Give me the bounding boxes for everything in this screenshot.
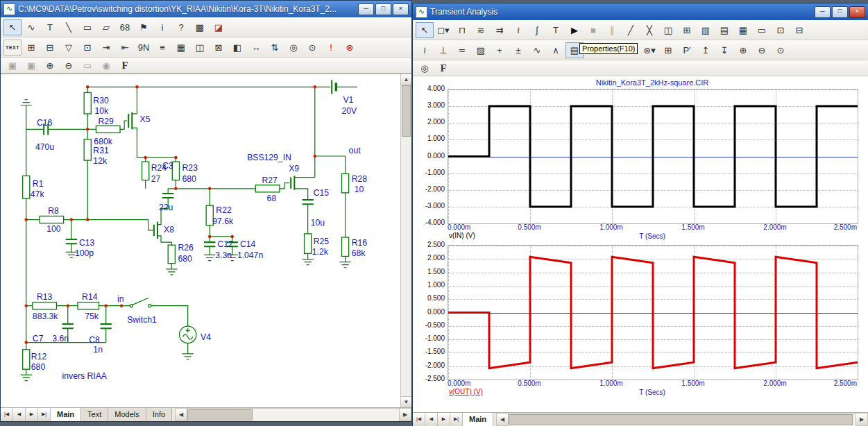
zoom-in-icon[interactable]: ⊕ <box>41 58 59 74</box>
axes-x-icon[interactable]: + <box>491 42 509 58</box>
paste-stamp-icon[interactable]: ▣ <box>22 58 40 74</box>
copy-stamp-icon[interactable]: ▣ <box>3 58 22 74</box>
line-tool-icon[interactable]: ╱ <box>622 22 640 38</box>
go-up-icon[interactable]: ↥ <box>697 42 715 58</box>
flag-mode[interactable]: ⚑ <box>135 19 153 35</box>
alert-icon[interactable]: ! <box>322 40 340 56</box>
plot-canvas[interactable] <box>448 89 858 224</box>
vertical-scrollbar[interactable]: ▲ ▼ <box>400 74 411 407</box>
select-tool[interactable]: ↖ <box>416 22 434 38</box>
list-icon[interactable]: ≡ <box>153 40 171 56</box>
scroll-left-icon[interactable]: ◀ <box>175 408 187 421</box>
line-mode[interactable]: ╲ <box>60 19 78 35</box>
component-mode[interactable]: ∿ <box>22 19 40 35</box>
border-icon[interactable]: ▩ <box>191 19 209 35</box>
horizontal-tag-icon[interactable]: ≀ <box>509 22 527 38</box>
split-icon[interactable]: ◫ <box>191 40 209 56</box>
table-view-icon[interactable]: ⊞ <box>659 42 677 58</box>
zoom-out-icon[interactable]: ⊖ <box>753 42 771 58</box>
maximize-button[interactable]: □ <box>375 3 391 15</box>
font-icon[interactable]: F <box>434 60 452 76</box>
text-mode[interactable]: T <box>41 19 59 35</box>
step-into-icon[interactable]: ⇥ <box>97 40 115 56</box>
probe-one-icon[interactable]: ≀ <box>416 42 434 58</box>
probe-ac-icon[interactable]: ≂ <box>453 42 471 58</box>
tab-main[interactable]: Main <box>463 413 493 426</box>
rotate-icon[interactable]: ↔ <box>247 40 265 56</box>
accept-icon[interactable]: ◎ <box>416 60 434 76</box>
zoom-in-icon[interactable]: ⊕ <box>734 42 752 58</box>
panel-grid-icon[interactable]: ⊞ <box>678 22 696 38</box>
schematic-canvas[interactable]: C16470uR3010kR29680kR3112kX5R2427C3R2368… <box>1 74 411 407</box>
schematic-svg[interactable]: C16470uR3010kR29680kR3112kX5R2427C3R2368… <box>1 74 400 400</box>
wave-pair-icon[interactable]: ∧ <box>547 42 565 58</box>
maximize-button[interactable]: □ <box>832 6 848 18</box>
pattern-icon[interactable]: ▦ <box>172 40 190 56</box>
data-points-icon[interactable]: ⊡ <box>772 22 790 38</box>
zoom-out-icon[interactable]: ⊖ <box>60 58 78 74</box>
picture-icon[interactable]: ◪ <box>210 19 228 35</box>
gear-menu-icon[interactable]: ⊛▾ <box>640 42 658 58</box>
grid-icon[interactable]: ⊡ <box>78 40 96 56</box>
select-tool[interactable]: ↖ <box>3 19 22 35</box>
camera-icon[interactable]: ▭ <box>78 58 96 74</box>
performance-tag-icon[interactable]: ∫ <box>528 22 546 38</box>
tab-main[interactable]: Main <box>51 408 81 421</box>
pause-button[interactable]: ∥ <box>603 22 621 38</box>
scroll-up-icon[interactable]: ▲ <box>401 74 411 85</box>
text-mode-icon[interactable]: T <box>547 22 565 38</box>
plot-canvas[interactable] <box>448 245 858 380</box>
tab-models[interactable]: Models <box>108 408 146 421</box>
tab-nav-1[interactable]: ◀ <box>425 413 438 426</box>
run-button[interactable]: ▶ <box>565 22 584 38</box>
polygon-tool-icon[interactable]: ╳ <box>640 22 658 38</box>
stop-button[interactable]: ■ <box>584 22 602 38</box>
mirror-icon[interactable]: ◧ <box>228 40 246 56</box>
schematic-drawing[interactable]: C16470uR3010kR29680kR3112kX5R2427C3R2368… <box>1 74 400 407</box>
tab-nav-3[interactable]: ▶| <box>450 413 463 426</box>
scroll-down-icon[interactable]: ▼ <box>401 396 411 407</box>
tab-nav-3[interactable]: ▶| <box>38 408 51 421</box>
close-button[interactable]: × <box>393 3 409 15</box>
tab-info[interactable]: Info <box>146 408 172 421</box>
cursor-mode-icon[interactable]: ≋ <box>472 22 490 38</box>
graph-select-icon[interactable]: ◻▾ <box>434 22 452 38</box>
scroll-left-icon[interactable]: ◀ <box>496 413 509 426</box>
web-icon[interactable]: ◉ <box>97 58 115 74</box>
help-mode-icon[interactable]: ? <box>172 19 190 35</box>
horizontal-scrollbar[interactable]: ◀ ▶ <box>496 413 868 426</box>
pin-icon[interactable]: ⊟ <box>41 40 59 56</box>
tab-nav-1[interactable]: ◀ <box>13 408 26 421</box>
stop-sign-icon[interactable]: ⊗ <box>341 40 359 56</box>
panel-cols-icon[interactable]: ▤ <box>715 22 733 38</box>
slope-icon[interactable]: ▨ <box>472 42 490 58</box>
point-tag-icon[interactable]: ⇉ <box>491 22 509 38</box>
zoom-auto-icon[interactable]: ⊙ <box>772 42 790 58</box>
tab-text[interactable]: Text <box>81 408 108 421</box>
scroll-right-icon[interactable]: ▶ <box>856 413 868 426</box>
minimize-button[interactable]: ─ <box>358 3 374 15</box>
info-icon[interactable]: i <box>153 19 171 35</box>
step-out-icon[interactable]: ⇤ <box>116 40 134 56</box>
hscroll-thumb[interactable] <box>187 409 253 420</box>
tab-nav-2[interactable]: ▶ <box>438 413 450 426</box>
scroll-right-icon[interactable]: ▶ <box>399 408 411 421</box>
digital-path-icon[interactable]: 68 <box>116 19 134 35</box>
panel-rows-icon[interactable]: ▥ <box>697 22 715 38</box>
polygon-mode[interactable]: ▱ <box>97 19 115 35</box>
panel-wide-icon[interactable]: ▭ <box>753 22 771 38</box>
tab-nav-0[interactable]: |◀ <box>1 408 13 421</box>
panel-stack-icon[interactable]: ▦ <box>734 22 752 38</box>
tab-nav-2[interactable]: ▶ <box>26 408 38 421</box>
panel-single-icon[interactable]: ◫ <box>659 22 677 38</box>
axes-y-icon[interactable]: ± <box>509 42 527 58</box>
wave-sine-icon[interactable]: ∿ <box>528 42 546 58</box>
horizontal-scrollbar[interactable]: ◀ ▶ <box>175 408 411 421</box>
repeat-icon[interactable]: ⊙ <box>303 40 321 56</box>
node-numbers-icon[interactable]: ▽ <box>60 40 78 56</box>
part-9n-icon[interactable]: 9N <box>135 40 153 56</box>
hscroll-thumb[interactable] <box>509 414 853 425</box>
vscroll-thumb[interactable] <box>402 85 411 137</box>
find-icon[interactable]: ◎ <box>284 40 303 56</box>
series-label[interactable]: v(IN) (V) <box>449 232 475 239</box>
